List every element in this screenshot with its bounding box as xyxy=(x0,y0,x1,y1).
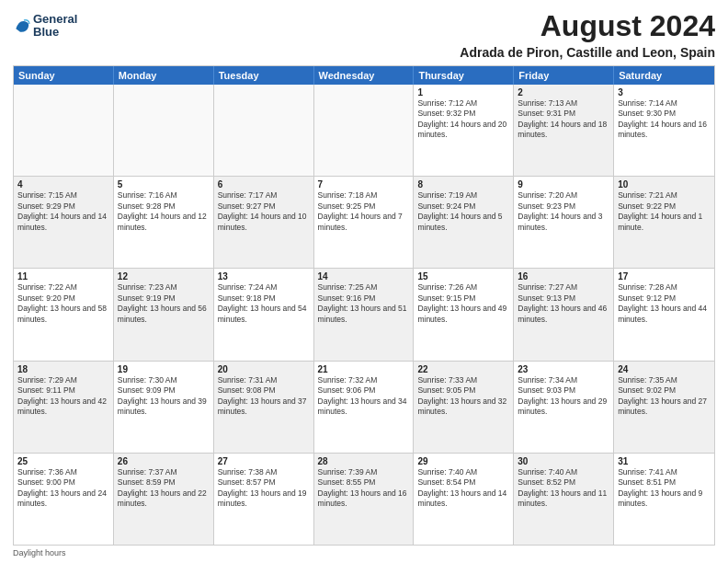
sunrise-text: Sunrise: 7:36 AM xyxy=(17,467,109,477)
sunrise-text: Sunrise: 7:28 AM xyxy=(618,282,711,293)
day-number: 21 xyxy=(318,364,410,374)
day-number: 19 xyxy=(118,364,210,374)
sunrise-text: Sunrise: 7:15 AM xyxy=(17,190,109,201)
day-cell-2: 2Sunrise: 7:13 AMSunset: 9:31 PMDaylight… xyxy=(514,85,614,176)
day-cell-1: 1Sunrise: 7:12 AMSunset: 9:32 PMDaylight… xyxy=(414,85,514,176)
day-number: 12 xyxy=(118,271,210,282)
day-number: 23 xyxy=(518,364,609,374)
sunrise-text: Sunrise: 7:34 AM xyxy=(518,375,609,385)
day-number: 8 xyxy=(417,179,509,190)
sunrise-text: Sunrise: 7:17 AM xyxy=(218,190,310,201)
sunset-text: Sunset: 9:29 PM xyxy=(17,201,109,212)
daylight-text: Daylight: 13 hours and 16 minutes. xyxy=(318,488,410,510)
daylight-text: Daylight: 13 hours and 22 minutes. xyxy=(118,488,210,510)
daylight-text: Daylight: 14 hours and 1 minute. xyxy=(618,212,711,233)
day-cell-30: 30Sunrise: 7:40 AMSunset: 8:52 PMDayligh… xyxy=(514,454,614,545)
sunset-text: Sunset: 9:18 PM xyxy=(218,293,310,304)
daylight-text: Daylight: 13 hours and 49 minutes. xyxy=(417,304,509,325)
daylight-text: Daylight: 13 hours and 58 minutes. xyxy=(17,304,109,325)
day-number: 22 xyxy=(417,364,509,374)
daylight-text: Daylight: 13 hours and 34 minutes. xyxy=(318,396,410,418)
sunrise-text: Sunrise: 7:30 AM xyxy=(118,375,210,385)
sunset-text: Sunset: 9:28 PM xyxy=(118,201,210,212)
sunset-text: Sunset: 8:55 PM xyxy=(318,477,410,488)
day-cell-4: 4Sunrise: 7:15 AMSunset: 9:29 PMDaylight… xyxy=(14,177,114,268)
calendar: SundayMondayTuesdayWednesdayThursdayFrid… xyxy=(13,65,715,546)
daylight-text: Daylight: 14 hours and 16 minutes. xyxy=(618,120,711,141)
sunset-text: Sunset: 9:19 PM xyxy=(118,293,210,304)
daylight-text: Daylight: 14 hours and 3 minutes. xyxy=(518,212,609,233)
daylight-text: Daylight: 13 hours and 32 minutes. xyxy=(417,396,509,418)
daylight-text: Daylight: 13 hours and 51 minutes. xyxy=(318,304,410,325)
day-number: 15 xyxy=(417,271,509,282)
sunrise-text: Sunrise: 7:35 AM xyxy=(618,375,711,385)
sunrise-text: Sunrise: 7:26 AM xyxy=(417,282,509,293)
weekday-header-thursday: Thursday xyxy=(414,66,514,85)
daylight-text: Daylight: 13 hours and 11 minutes. xyxy=(518,488,609,510)
day-number: 27 xyxy=(218,456,310,466)
daylight-text: Daylight: 14 hours and 7 minutes. xyxy=(318,212,410,233)
day-cell-5: 5Sunrise: 7:16 AMSunset: 9:28 PMDaylight… xyxy=(114,177,214,268)
weekday-header-saturday: Saturday xyxy=(614,66,714,85)
sunrise-text: Sunrise: 7:19 AM xyxy=(417,190,509,201)
day-cell-13: 13Sunrise: 7:24 AMSunset: 9:18 PMDayligh… xyxy=(214,269,314,360)
weekday-header-sunday: Sunday xyxy=(14,66,114,85)
day-number: 4 xyxy=(17,179,109,190)
day-number: 17 xyxy=(618,271,711,282)
sunset-text: Sunset: 9:30 PM xyxy=(618,109,711,119)
sunrise-text: Sunrise: 7:40 AM xyxy=(417,467,509,477)
daylight-text: Daylight: 13 hours and 54 minutes. xyxy=(218,304,310,325)
day-number: 5 xyxy=(118,179,210,190)
daylight-text: Daylight: 13 hours and 9 minutes. xyxy=(618,488,711,510)
day-number: 10 xyxy=(618,179,711,190)
daylight-text: Daylight: 14 hours and 14 minutes. xyxy=(17,212,109,233)
sunset-text: Sunset: 9:06 PM xyxy=(318,385,410,396)
day-cell-8: 8Sunrise: 7:19 AMSunset: 9:24 PMDaylight… xyxy=(414,177,514,268)
daylight-text: Daylight: 14 hours and 5 minutes. xyxy=(417,212,509,233)
weekday-header-tuesday: Tuesday xyxy=(214,66,314,85)
daylight-text: Daylight: 13 hours and 19 minutes. xyxy=(218,488,310,510)
day-cell-14: 14Sunrise: 7:25 AMSunset: 9:16 PMDayligh… xyxy=(314,269,415,360)
weekday-header-monday: Monday xyxy=(114,66,214,85)
day-number: 2 xyxy=(518,87,609,98)
day-cell-19: 19Sunrise: 7:30 AMSunset: 9:09 PMDayligh… xyxy=(114,362,214,453)
sunset-text: Sunset: 9:05 PM xyxy=(417,385,509,396)
sunrise-text: Sunrise: 7:39 AM xyxy=(318,467,410,477)
daylight-text: Daylight: 13 hours and 44 minutes. xyxy=(618,304,711,325)
empty-cell xyxy=(314,85,415,176)
sunset-text: Sunset: 9:22 PM xyxy=(618,201,711,212)
daylight-text: Daylight: 13 hours and 14 minutes. xyxy=(417,488,509,510)
footer-note: Daylight hours xyxy=(13,548,715,557)
day-cell-10: 10Sunrise: 7:21 AMSunset: 9:22 PMDayligh… xyxy=(614,177,714,268)
sunrise-text: Sunrise: 7:18 AM xyxy=(318,190,410,201)
logo-line2: Blue xyxy=(33,26,77,39)
sunset-text: Sunset: 9:00 PM xyxy=(17,477,109,488)
day-number: 16 xyxy=(518,271,609,282)
day-cell-21: 21Sunrise: 7:32 AMSunset: 9:06 PMDayligh… xyxy=(314,362,415,453)
day-number: 9 xyxy=(518,179,609,190)
sunset-text: Sunset: 9:31 PM xyxy=(518,109,609,119)
title-block: August 2024 Adrada de Piron, Castille an… xyxy=(460,9,715,60)
sunset-text: Sunset: 9:13 PM xyxy=(518,293,609,304)
calendar-row-2: 4Sunrise: 7:15 AMSunset: 9:29 PMDaylight… xyxy=(14,176,714,268)
sunrise-text: Sunrise: 7:25 AM xyxy=(318,282,410,293)
sunrise-text: Sunrise: 7:41 AM xyxy=(618,467,711,477)
logo-icon xyxy=(13,17,31,35)
sunrise-text: Sunrise: 7:29 AM xyxy=(17,375,109,385)
sunrise-text: Sunrise: 7:20 AM xyxy=(518,190,609,201)
sunset-text: Sunset: 8:52 PM xyxy=(518,477,609,488)
page: General Blue August 2024 Adrada de Piron… xyxy=(0,0,728,563)
sunrise-text: Sunrise: 7:14 AM xyxy=(618,98,711,109)
day-number: 25 xyxy=(17,456,109,466)
day-number: 24 xyxy=(618,364,711,374)
day-number: 31 xyxy=(618,456,711,466)
empty-cell xyxy=(14,85,114,176)
sunset-text: Sunset: 9:02 PM xyxy=(618,385,711,396)
sunrise-text: Sunrise: 7:23 AM xyxy=(118,282,210,293)
day-cell-17: 17Sunrise: 7:28 AMSunset: 9:12 PMDayligh… xyxy=(614,269,714,360)
daylight-text: Daylight: 13 hours and 29 minutes. xyxy=(518,396,609,418)
day-number: 11 xyxy=(17,271,109,282)
empty-cell xyxy=(214,85,314,176)
sunset-text: Sunset: 9:12 PM xyxy=(618,293,711,304)
sunset-text: Sunset: 9:24 PM xyxy=(417,201,509,212)
